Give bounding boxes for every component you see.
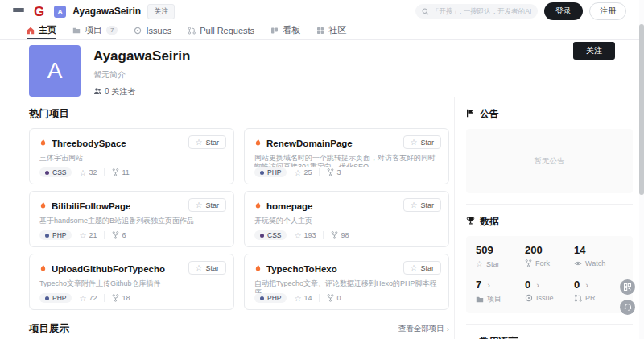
- project-name[interactable]: BilibiliFollowPage: [52, 201, 130, 211]
- project-name[interactable]: homepage: [266, 201, 313, 211]
- language-dot: [45, 171, 49, 175]
- stat-projects[interactable]: 7› 项目: [476, 279, 525, 304]
- language-dot: [260, 296, 264, 300]
- divider: [466, 204, 633, 205]
- stat-prs[interactable]: 0› PR: [574, 279, 623, 304]
- scrollbar: [639, 0, 644, 339]
- language-badge: PHP: [254, 293, 287, 303]
- announcement-empty-box: 暂无公告: [466, 129, 633, 193]
- tab-board[interactable]: 看板: [270, 23, 300, 39]
- fork-count[interactable]: 3: [319, 168, 341, 176]
- star-button[interactable]: Star: [188, 135, 226, 149]
- followers-count: 0 关注者: [105, 86, 135, 97]
- project-card: UploadGithubForTypecho Star Typecho文章附件上…: [29, 254, 234, 310]
- star-button[interactable]: Star: [403, 198, 441, 212]
- topbar-username[interactable]: AyagawaSeirin: [72, 6, 141, 17]
- gitee-logo[interactable]: G: [34, 5, 44, 19]
- register-button[interactable]: 注册: [589, 2, 626, 20]
- eye-icon: [574, 260, 582, 267]
- user-avatar-chip: A: [54, 6, 66, 18]
- login-button[interactable]: 登录: [544, 2, 583, 20]
- language-dot: [45, 296, 49, 300]
- showcase-title: 项目展示: [29, 322, 69, 336]
- star-icon: [411, 263, 418, 272]
- fork-count[interactable]: 98: [323, 231, 349, 239]
- qrcode-fab[interactable]: [620, 279, 635, 295]
- search-input[interactable]: [432, 7, 531, 15]
- star-count[interactable]: 21: [79, 231, 97, 240]
- star-count[interactable]: 25: [294, 168, 312, 177]
- profile-tabbar: 主页 项目 7 Issues Pull Requests 看板 社区: [0, 23, 644, 40]
- star-icon: [294, 294, 301, 303]
- project-card: homepage Star 开玩笑的个人主页 CSS 193 98: [244, 191, 449, 247]
- projects-count-badge: 7: [106, 26, 118, 35]
- chevron-right-icon[interactable]: ›: [487, 280, 490, 290]
- topbar-follow-chip[interactable]: 关注: [147, 4, 175, 19]
- pull-request-icon: [574, 294, 582, 302]
- project-name[interactable]: RenewDomainPage: [266, 138, 353, 148]
- star-button[interactable]: Star: [188, 198, 226, 212]
- flag-icon: [466, 109, 475, 120]
- project-name[interactable]: ThreebodySpace: [52, 138, 126, 148]
- star-button[interactable]: Star: [403, 135, 441, 149]
- home-icon: [27, 27, 35, 35]
- scrollbar-thumb[interactable]: [639, 24, 644, 195]
- project-card: ThreebodySpace Star 三体宇宙网站 CSS 32 11: [29, 128, 234, 184]
- showcase-header: 项目展示 查看全部项目: [29, 322, 449, 336]
- divider: [466, 324, 633, 325]
- search-icon: [422, 4, 429, 19]
- fork-count[interactable]: 6: [104, 231, 126, 239]
- fork-icon: [525, 259, 532, 267]
- star-icon: [196, 138, 203, 147]
- star-count[interactable]: 14: [294, 294, 312, 303]
- chevron-right-icon[interactable]: ›: [536, 280, 539, 290]
- language-badge: CSS: [39, 167, 72, 177]
- flame-icon: [39, 199, 47, 213]
- tab-issues[interactable]: Issues: [134, 23, 171, 39]
- language-badge: PHP: [39, 230, 72, 240]
- content: 热门项目 ThreebodySpace Star 三体宇宙网站 CSS 32 1…: [29, 97, 644, 339]
- fork-icon: [327, 294, 334, 302]
- language-badge: PHP: [254, 167, 287, 177]
- language-dot: [45, 234, 49, 238]
- project-description: Typecho文章附件上传Github仓库插件: [39, 279, 225, 293]
- tab-projects[interactable]: 项目 7: [72, 23, 118, 39]
- star-icon: [79, 294, 86, 303]
- followers-row[interactable]: 0 关注者: [93, 86, 615, 97]
- project-name[interactable]: UploadGithubForTypecho: [52, 264, 165, 274]
- star-button[interactable]: Star: [403, 261, 441, 275]
- announcement-section-title: 公告: [466, 107, 633, 121]
- issue-icon: [134, 27, 142, 35]
- language-dot: [260, 171, 264, 175]
- view-all-projects-link[interactable]: 查看全部项目: [398, 324, 449, 334]
- follow-button[interactable]: 关注: [573, 42, 615, 60]
- chevron-right-icon[interactable]: ›: [585, 280, 588, 290]
- flame-icon: [254, 136, 262, 151]
- menu-icon[interactable]: [13, 6, 24, 16]
- fork-count[interactable]: 11: [104, 168, 129, 176]
- search-box[interactable]: [415, 4, 538, 19]
- profile-header: A AyagawaSeirin 暂无简介 0 关注者 关注: [29, 40, 615, 97]
- stat-issues[interactable]: 0› Issue: [525, 279, 574, 304]
- person-icon: [93, 87, 101, 97]
- project-name[interactable]: TypechoToHexo: [266, 264, 337, 274]
- star-count[interactable]: 193: [294, 231, 316, 240]
- service-fab[interactable]: [620, 300, 635, 315]
- popular-projects-grid: ThreebodySpace Star 三体宇宙网站 CSS 32 11 Ren…: [29, 128, 449, 310]
- fork-count[interactable]: 0: [319, 294, 341, 302]
- tab-pull-requests[interactable]: Pull Requests: [188, 23, 254, 39]
- tab-issues-label: Issues: [146, 26, 171, 35]
- tab-community-label: 社区: [328, 24, 346, 36]
- language-badge: CSS: [254, 230, 287, 240]
- tab-community[interactable]: 社区: [316, 23, 346, 39]
- board-icon: [270, 27, 279, 35]
- star-count[interactable]: 72: [79, 294, 97, 303]
- tab-home[interactable]: 主页: [27, 23, 56, 39]
- fork-icon: [112, 294, 119, 302]
- star-count[interactable]: 32: [79, 168, 97, 177]
- star-icon: [411, 201, 418, 209]
- star-icon: [476, 259, 483, 268]
- star-button[interactable]: Star: [188, 261, 226, 275]
- fork-count[interactable]: 18: [104, 294, 130, 302]
- tab-pull-requests-label: Pull Requests: [200, 26, 254, 35]
